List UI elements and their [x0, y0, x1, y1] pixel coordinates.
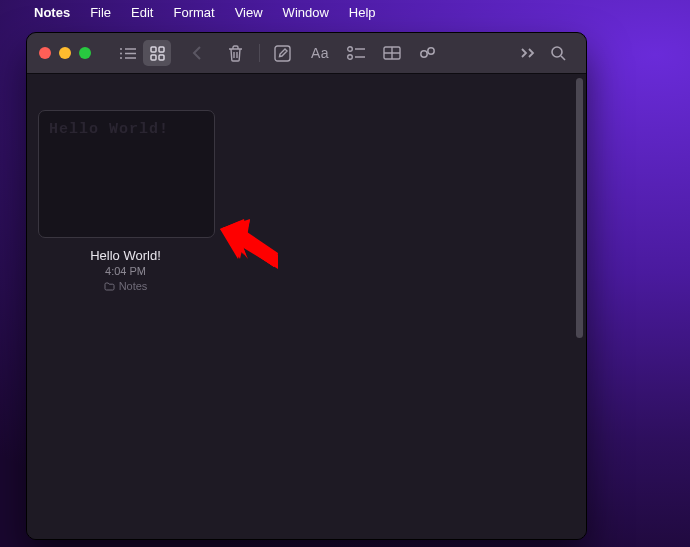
menu-window[interactable]: Window	[283, 5, 329, 20]
toolbar-divider	[259, 44, 260, 62]
svg-point-4	[120, 57, 122, 59]
notes-window: Aa	[26, 32, 587, 540]
window-controls	[39, 47, 91, 59]
svg-point-20	[421, 51, 427, 57]
text-style-button[interactable]: Aa	[306, 40, 334, 66]
note-folder: Notes	[38, 280, 213, 292]
svg-rect-8	[151, 55, 156, 60]
zoom-window-button[interactable]	[79, 47, 91, 59]
checklist-button[interactable]	[342, 40, 370, 66]
svg-point-13	[348, 47, 353, 52]
svg-point-21	[428, 48, 434, 54]
note-time: 4:04 PM	[38, 265, 213, 277]
titlebar: Aa	[27, 33, 586, 74]
menu-edit[interactable]: Edit	[131, 5, 153, 20]
new-note-icon	[274, 45, 291, 62]
svg-point-0	[120, 48, 122, 50]
svg-rect-12	[275, 46, 290, 61]
note-preview-text: Hello World!	[49, 121, 169, 138]
table-icon	[383, 46, 401, 60]
delete-button[interactable]	[221, 40, 249, 66]
toolbar-overflow-button[interactable]	[514, 40, 542, 66]
menu-file[interactable]: File	[90, 5, 111, 20]
checklist-icon	[347, 46, 365, 60]
grid-view-button[interactable]	[143, 40, 171, 66]
menu-app[interactable]: Notes	[34, 5, 70, 20]
chevron-left-icon	[192, 45, 202, 61]
menu-view[interactable]: View	[235, 5, 263, 20]
svg-line-23	[561, 56, 565, 60]
trash-icon	[228, 45, 243, 62]
text-style-icon: Aa	[311, 45, 329, 61]
note-meta: Hello World! 4:04 PM Notes	[38, 248, 213, 292]
back-button[interactable]	[183, 40, 211, 66]
search-button[interactable]	[544, 40, 572, 66]
note-card[interactable]: Hello World! Hello World! 4:04 PM Notes	[38, 110, 213, 292]
scrollbar[interactable]	[576, 78, 583, 338]
svg-point-15	[348, 55, 353, 60]
close-window-button[interactable]	[39, 47, 51, 59]
note-thumbnail[interactable]: Hello World!	[38, 110, 215, 238]
menu-help[interactable]: Help	[349, 5, 376, 20]
search-icon	[550, 45, 566, 61]
svg-rect-9	[159, 55, 164, 60]
svg-rect-6	[151, 47, 156, 52]
minimize-window-button[interactable]	[59, 47, 71, 59]
svg-rect-7	[159, 47, 164, 52]
note-title: Hello World!	[38, 248, 213, 263]
note-folder-label: Notes	[119, 280, 148, 292]
link-icon	[419, 46, 437, 60]
new-note-button[interactable]	[268, 40, 296, 66]
table-button[interactable]	[378, 40, 406, 66]
link-button[interactable]	[414, 40, 442, 66]
list-view-button[interactable]	[113, 40, 141, 66]
svg-point-2	[120, 52, 122, 54]
svg-point-22	[552, 47, 562, 57]
folder-icon	[104, 282, 115, 291]
list-view-icon	[119, 47, 136, 60]
menu-format[interactable]: Format	[173, 5, 214, 20]
notes-gallery: Hello World! Hello World! 4:04 PM Notes	[27, 74, 586, 539]
grid-view-icon	[150, 46, 165, 61]
menubar: Notes File Edit Format View Window Help	[0, 0, 690, 24]
chevron-double-right-icon	[520, 47, 536, 59]
desktop: Notes File Edit Format View Window Help	[0, 0, 690, 547]
